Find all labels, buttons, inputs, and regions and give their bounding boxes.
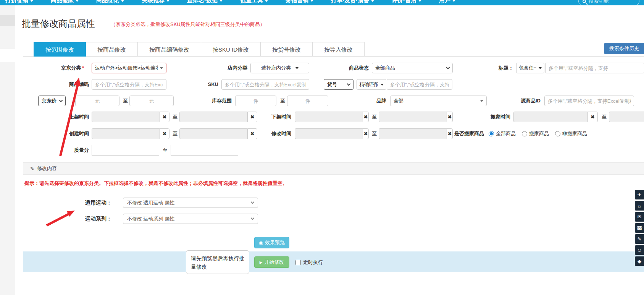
clear-icon[interactable]: ✖: [588, 112, 598, 122]
store-category-select[interactable]: 选择店内分类: [250, 63, 309, 73]
listing-time-from-input[interactable]: [92, 112, 160, 122]
tab-by-art-no[interactable]: 按货号修改: [261, 42, 313, 57]
create-time-to-input[interactable]: [179, 128, 247, 139]
modify-time-from-input[interactable]: [295, 128, 363, 139]
start-modify-button[interactable]: ▶ 开始修改: [254, 256, 289, 268]
delisting-time-to-input[interactable]: [379, 112, 447, 122]
quality-score-to-input[interactable]: [171, 145, 238, 156]
clear-icon[interactable]: ✖: [160, 112, 169, 122]
chevron-down-icon: [347, 82, 351, 86]
caret-down-icon: [295, 67, 299, 69]
stock-from-input[interactable]: [235, 96, 276, 106]
edit-icon[interactable]: ✎: [635, 234, 644, 244]
nav-item-related-recommend[interactable]: 关联推荐: [142, 0, 169, 5]
nav-item-print-ship-alert[interactable]: 打单·发货·预警: [331, 0, 374, 5]
chevron-down-icon: [418, 0, 421, 2]
product-code-input[interactable]: [92, 79, 166, 90]
misc-icon[interactable]: ◆: [635, 256, 644, 266]
source-id-label: 源商品ID: [512, 96, 541, 106]
tab-by-import[interactable]: 按导入修改: [313, 42, 365, 57]
price-type-select[interactable]: 京东价: [38, 96, 66, 106]
sport-series-label: 运动系列：: [69, 214, 112, 224]
phone-icon[interactable]: ☎: [635, 223, 644, 233]
create-time-from-input[interactable]: [92, 128, 160, 139]
nav-item-discount[interactable]: 打折促销: [5, 0, 33, 5]
radio-not-moved-products[interactable]: 非搬家商品: [555, 130, 587, 137]
clear-icon[interactable]: ✖: [447, 112, 453, 122]
title-input[interactable]: [545, 63, 644, 73]
schedule-checkbox[interactable]: 定时执行: [295, 259, 323, 266]
chevron-down-icon: [265, 0, 268, 2]
chevron-down-icon: [30, 0, 33, 2]
nav-item-ranking-data[interactable]: 查排名·数据: [187, 0, 223, 5]
nav-search-box[interactable]: 搜索功能: [578, 0, 639, 5]
title-match-select[interactable]: 包含任一: [516, 63, 544, 73]
radio-input[interactable]: [489, 131, 494, 136]
qq-icon[interactable]: ☺: [635, 245, 644, 255]
nav-item-sms-marketing[interactable]: 短信营销: [286, 0, 313, 5]
bottom-action-bar: [23, 251, 644, 272]
product-status-select[interactable]: 全部商品: [372, 63, 453, 73]
search-icon: [583, 0, 586, 3]
delisting-time-label: 下架时间: [263, 112, 291, 122]
move-time-label: 搬家时间: [483, 112, 510, 122]
art-no-match-select[interactable]: 精确匹配: [357, 79, 386, 90]
radio-moved-products[interactable]: 搬家商品: [522, 130, 549, 137]
sport-series-select[interactable]: 不修改 运动系列 属性: [123, 214, 258, 224]
chevron-down-icon: [220, 0, 223, 2]
tab-by-sku-id[interactable]: 按SKU ID修改: [201, 42, 261, 57]
modify-time-to-input[interactable]: [379, 128, 447, 139]
move-time-from: ✖: [513, 112, 598, 122]
applicable-sport-label: 适用运动：: [69, 198, 112, 208]
listing-time-to-input[interactable]: [179, 112, 247, 122]
radio-input[interactable]: [522, 131, 527, 136]
home-icon[interactable]: ⌂: [635, 201, 644, 211]
clear-icon[interactable]: ✖: [247, 128, 257, 139]
delisting-time-from-input[interactable]: [295, 112, 363, 122]
tab-by-product[interactable]: 按商品修改: [86, 42, 138, 57]
chevron-down-icon: [166, 0, 169, 2]
price-from-input[interactable]: [75, 96, 119, 106]
nav-item-user[interactable]: 用户: [439, 0, 455, 5]
tab-by-range[interactable]: 按范围修改: [34, 42, 86, 57]
sidebar-tile-active[interactable]: [0, 49, 15, 62]
sku-label: SKU: [187, 79, 218, 90]
art-no-type-select[interactable]: 货号: [324, 79, 353, 90]
collapsed-sidebar[interactable]: [0, 5, 15, 295]
jd-category-select[interactable]: 运动户外>运动服饰>运动连衣裙: [92, 63, 166, 73]
jd-category-label: 京东分类*: [38, 63, 84, 73]
sku-input[interactable]: [221, 79, 309, 90]
radio-input[interactable]: [555, 131, 560, 136]
chevron-down-icon: [371, 0, 374, 2]
brand-label: 品牌: [363, 96, 386, 106]
move-time-to-input[interactable]: [609, 112, 644, 122]
art-no-input[interactable]: [387, 79, 452, 90]
listing-time-to: ✖: [179, 112, 257, 122]
mail-icon[interactable]: ✉: [635, 212, 644, 222]
range-separator: 至: [123, 96, 128, 106]
checkbox-input[interactable]: [295, 260, 301, 265]
price-to-input[interactable]: [129, 96, 174, 106]
clear-icon[interactable]: ✖: [160, 128, 169, 139]
chevron-down-icon: [452, 0, 455, 2]
tab-by-product-code[interactable]: 按商品编码修改: [138, 42, 201, 57]
nav-item-product-optimize[interactable]: 商品优化: [96, 0, 124, 5]
clear-icon[interactable]: ✖: [363, 112, 369, 122]
clear-icon[interactable]: ✖: [363, 128, 369, 139]
plane-icon[interactable]: ✈: [635, 190, 644, 199]
radio-all-products[interactable]: 全部商品: [489, 130, 516, 137]
search-history-button[interactable]: 搜索条件历史: [604, 43, 644, 54]
source-id-input[interactable]: [544, 96, 634, 106]
move-time-from-input[interactable]: [513, 112, 588, 122]
move-flag-radios: 全部商品 搬家商品 非搬家商品: [489, 128, 587, 139]
sidebar-tile[interactable]: [0, 15, 15, 26]
stock-to-input[interactable]: [287, 96, 328, 106]
preview-button[interactable]: ◉ 效果预览: [254, 237, 289, 248]
brand-select[interactable]: 全部: [390, 96, 487, 106]
nav-item-review-aftersale[interactable]: 评价·售后: [392, 0, 421, 5]
quality-score-from-input[interactable]: [92, 145, 159, 156]
nav-item-product-move[interactable]: 商品搬家: [51, 0, 79, 5]
clear-icon[interactable]: ✖: [247, 112, 257, 122]
applicable-sport-select[interactable]: 不修改 适用运动 属性: [123, 198, 258, 208]
nav-item-batch-tools[interactable]: 批量工具: [240, 0, 268, 5]
